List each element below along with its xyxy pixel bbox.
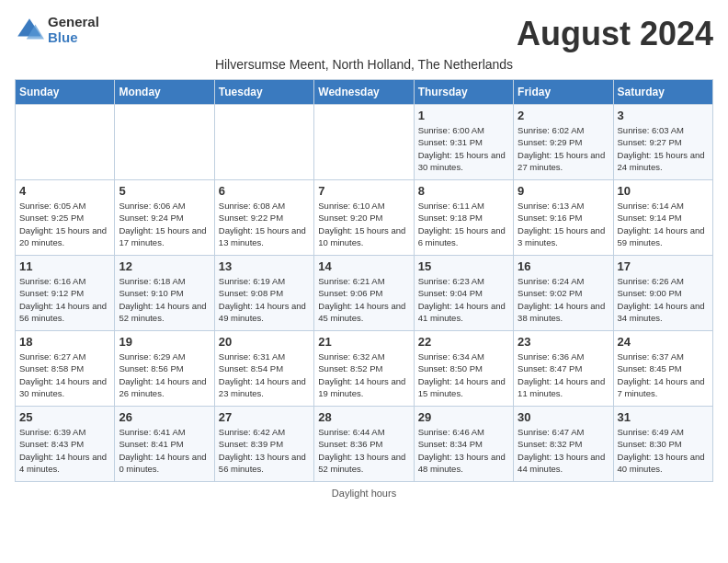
day-number: 30 xyxy=(518,410,609,424)
day-number: 29 xyxy=(418,410,509,424)
calendar-day-header: Thursday xyxy=(414,80,513,105)
calendar-day-cell: 16Sunrise: 6:24 AM Sunset: 9:02 PM Dayli… xyxy=(514,256,613,331)
calendar-week-row: 11Sunrise: 6:16 AM Sunset: 9:12 PM Dayli… xyxy=(16,256,713,331)
calendar-day-header: Friday xyxy=(514,80,613,105)
day-info: Sunrise: 6:31 AM Sunset: 8:54 PM Dayligh… xyxy=(219,350,310,399)
calendar-day-cell: 5Sunrise: 6:06 AM Sunset: 9:24 PM Daylig… xyxy=(115,180,214,256)
calendar-day-cell: 4Sunrise: 6:05 AM Sunset: 9:25 PM Daylig… xyxy=(16,180,115,256)
day-info: Sunrise: 6:27 AM Sunset: 8:58 PM Dayligh… xyxy=(19,350,110,399)
calendar-day-header: Sunday xyxy=(16,80,115,105)
day-info: Sunrise: 6:13 AM Sunset: 9:16 PM Dayligh… xyxy=(518,200,609,248)
logo-text: General Blue xyxy=(48,15,99,45)
month-title: August 2024 xyxy=(517,15,713,53)
day-info: Sunrise: 6:26 AM Sunset: 9:00 PM Dayligh… xyxy=(618,275,709,324)
calendar-day-cell: 12Sunrise: 6:18 AM Sunset: 9:10 PM Dayli… xyxy=(115,256,214,331)
calendar-day-cell: 28Sunrise: 6:44 AM Sunset: 8:36 PM Dayli… xyxy=(314,407,414,482)
subtitle: Hilversumse Meent, North Holland, The Ne… xyxy=(15,57,713,72)
calendar-header-row: SundayMondayTuesdayWednesdayThursdayFrid… xyxy=(16,80,713,105)
calendar-day-cell: 11Sunrise: 6:16 AM Sunset: 9:12 PM Dayli… xyxy=(16,256,115,331)
calendar-day-cell: 15Sunrise: 6:23 AM Sunset: 9:04 PM Dayli… xyxy=(414,256,513,331)
day-number: 8 xyxy=(418,184,509,198)
day-info: Sunrise: 6:16 AM Sunset: 9:12 PM Dayligh… xyxy=(19,275,110,324)
header: General Blue August 2024 xyxy=(15,15,713,53)
day-info: Sunrise: 6:08 AM Sunset: 9:22 PM Dayligh… xyxy=(219,200,310,248)
day-info: Sunrise: 6:06 AM Sunset: 9:24 PM Dayligh… xyxy=(119,200,210,248)
logo-general: General xyxy=(48,15,99,30)
calendar-day-header: Tuesday xyxy=(214,80,313,105)
calendar-day-cell: 29Sunrise: 6:46 AM Sunset: 8:34 PM Dayli… xyxy=(414,407,513,482)
calendar-day-cell: 22Sunrise: 6:34 AM Sunset: 8:50 PM Dayli… xyxy=(414,331,513,407)
day-number: 23 xyxy=(518,335,609,349)
logo-blue: Blue xyxy=(48,30,99,46)
day-info: Sunrise: 6:10 AM Sunset: 9:20 PM Dayligh… xyxy=(318,200,409,248)
calendar-day-cell: 1Sunrise: 6:00 AM Sunset: 9:31 PM Daylig… xyxy=(414,105,513,180)
footer-note: Daylight hours xyxy=(15,488,713,499)
day-number: 27 xyxy=(219,410,310,424)
day-info: Sunrise: 6:00 AM Sunset: 9:31 PM Dayligh… xyxy=(418,124,509,173)
calendar-day-cell: 9Sunrise: 6:13 AM Sunset: 9:16 PM Daylig… xyxy=(514,180,613,256)
day-info: Sunrise: 6:18 AM Sunset: 9:10 PM Dayligh… xyxy=(119,275,210,324)
day-number: 18 xyxy=(19,335,110,349)
day-info: Sunrise: 6:29 AM Sunset: 8:56 PM Dayligh… xyxy=(119,350,210,399)
day-number: 26 xyxy=(119,410,210,424)
day-number: 24 xyxy=(618,335,709,349)
day-number: 20 xyxy=(219,335,310,349)
calendar-day-cell: 2Sunrise: 6:02 AM Sunset: 9:29 PM Daylig… xyxy=(514,105,613,180)
day-info: Sunrise: 6:46 AM Sunset: 8:34 PM Dayligh… xyxy=(418,426,509,475)
calendar-day-cell xyxy=(16,105,115,180)
day-number: 17 xyxy=(618,259,709,273)
calendar-day-header: Saturday xyxy=(613,80,712,105)
day-number: 28 xyxy=(318,410,409,424)
day-number: 4 xyxy=(19,184,110,198)
calendar-day-cell: 25Sunrise: 6:39 AM Sunset: 8:43 PM Dayli… xyxy=(16,407,115,482)
day-info: Sunrise: 6:19 AM Sunset: 9:08 PM Dayligh… xyxy=(219,275,310,324)
day-number: 25 xyxy=(19,410,110,424)
calendar-day-cell: 10Sunrise: 6:14 AM Sunset: 9:14 PM Dayli… xyxy=(613,180,712,256)
day-number: 9 xyxy=(518,184,609,198)
calendar-table: SundayMondayTuesdayWednesdayThursdayFrid… xyxy=(15,79,713,482)
day-info: Sunrise: 6:02 AM Sunset: 9:29 PM Dayligh… xyxy=(518,124,609,173)
day-number: 11 xyxy=(19,259,110,273)
day-number: 12 xyxy=(119,259,210,273)
calendar-week-row: 18Sunrise: 6:27 AM Sunset: 8:58 PM Dayli… xyxy=(16,331,713,407)
calendar-day-cell: 31Sunrise: 6:49 AM Sunset: 8:30 PM Dayli… xyxy=(613,407,712,482)
day-number: 3 xyxy=(618,109,709,122)
day-info: Sunrise: 6:37 AM Sunset: 8:45 PM Dayligh… xyxy=(618,350,709,399)
calendar-day-cell: 20Sunrise: 6:31 AM Sunset: 8:54 PM Dayli… xyxy=(214,331,313,407)
calendar-day-cell: 7Sunrise: 6:10 AM Sunset: 9:20 PM Daylig… xyxy=(314,180,414,256)
calendar-day-cell: 27Sunrise: 6:42 AM Sunset: 8:39 PM Dayli… xyxy=(214,407,313,482)
day-info: Sunrise: 6:11 AM Sunset: 9:18 PM Dayligh… xyxy=(418,200,509,248)
calendar-day-cell: 8Sunrise: 6:11 AM Sunset: 9:18 PM Daylig… xyxy=(414,180,513,256)
logo-icon xyxy=(15,16,44,45)
calendar-week-row: 25Sunrise: 6:39 AM Sunset: 8:43 PM Dayli… xyxy=(16,407,713,482)
logo: General Blue xyxy=(15,15,99,45)
day-info: Sunrise: 6:23 AM Sunset: 9:04 PM Dayligh… xyxy=(418,275,509,324)
calendar-day-cell xyxy=(115,105,214,180)
day-number: 16 xyxy=(518,259,609,273)
calendar-day-header: Wednesday xyxy=(314,80,414,105)
day-number: 6 xyxy=(219,184,310,198)
day-number: 2 xyxy=(518,109,609,122)
day-number: 10 xyxy=(618,184,709,198)
day-info: Sunrise: 6:44 AM Sunset: 8:36 PM Dayligh… xyxy=(318,426,409,475)
calendar-day-cell: 19Sunrise: 6:29 AM Sunset: 8:56 PM Dayli… xyxy=(115,331,214,407)
day-number: 14 xyxy=(318,259,409,273)
day-number: 7 xyxy=(318,184,409,198)
day-info: Sunrise: 6:24 AM Sunset: 9:02 PM Dayligh… xyxy=(518,275,609,324)
day-number: 22 xyxy=(418,335,509,349)
calendar-day-cell: 18Sunrise: 6:27 AM Sunset: 8:58 PM Dayli… xyxy=(16,331,115,407)
day-info: Sunrise: 6:05 AM Sunset: 9:25 PM Dayligh… xyxy=(19,200,110,248)
calendar-week-row: 1Sunrise: 6:00 AM Sunset: 9:31 PM Daylig… xyxy=(16,105,713,180)
day-number: 15 xyxy=(418,259,509,273)
day-info: Sunrise: 6:49 AM Sunset: 8:30 PM Dayligh… xyxy=(618,426,709,475)
day-info: Sunrise: 6:39 AM Sunset: 8:43 PM Dayligh… xyxy=(19,426,110,475)
calendar-day-cell xyxy=(314,105,414,180)
calendar-day-cell: 13Sunrise: 6:19 AM Sunset: 9:08 PM Dayli… xyxy=(214,256,313,331)
day-info: Sunrise: 6:47 AM Sunset: 8:32 PM Dayligh… xyxy=(518,426,609,475)
calendar-day-cell: 23Sunrise: 6:36 AM Sunset: 8:47 PM Dayli… xyxy=(514,331,613,407)
day-info: Sunrise: 6:14 AM Sunset: 9:14 PM Dayligh… xyxy=(618,200,709,248)
day-info: Sunrise: 6:42 AM Sunset: 8:39 PM Dayligh… xyxy=(219,426,310,475)
calendar-day-cell xyxy=(214,105,313,180)
calendar-day-cell: 6Sunrise: 6:08 AM Sunset: 9:22 PM Daylig… xyxy=(214,180,313,256)
calendar-day-cell: 14Sunrise: 6:21 AM Sunset: 9:06 PM Dayli… xyxy=(314,256,414,331)
